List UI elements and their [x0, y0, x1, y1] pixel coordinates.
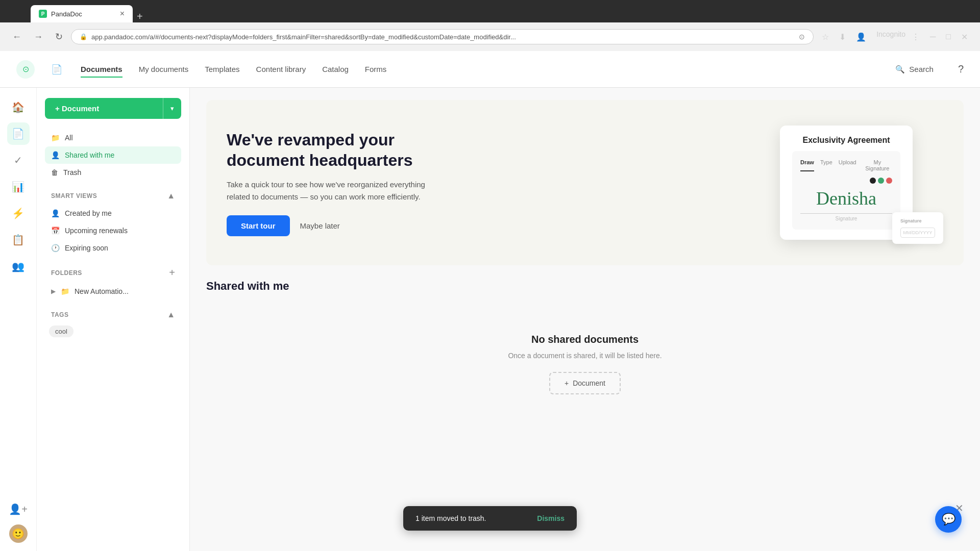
- left-panel: + Document ▾ 📁 All 👤 Shared with me 🗑 Tr…: [37, 88, 190, 551]
- folder-name: New Automatio...: [75, 287, 129, 295]
- sidebar-icons: 🏠 📄 ✓ 📊 ⚡ 📋 👥 👤+ 🙂: [0, 88, 37, 551]
- expiring-soon-label: Expiring soon: [65, 244, 108, 252]
- url-input[interactable]: [91, 33, 795, 41]
- chat-icon: 💬: [942, 513, 955, 526]
- add-folder-btn[interactable]: +: [169, 267, 175, 279]
- nav-refresh-btn[interactable]: ↻: [51, 29, 67, 44]
- trash-icon: 🗑: [51, 168, 58, 177]
- nav-forward-btn[interactable]: →: [30, 30, 47, 44]
- main-layout: 🏠 📄 ✓ 📊 ⚡ 📋 👥 👤+ 🙂 + Document ▾ 📁 All: [0, 88, 980, 551]
- doc-preview-secondary: Signature MM/DD/YYYY: [892, 212, 943, 244]
- favicon: P: [39, 10, 47, 18]
- nav-catalog[interactable]: Catalog: [322, 61, 349, 78]
- sidebar-icon-notifications[interactable]: ⚡: [7, 202, 30, 224]
- nav-all[interactable]: 📁 All: [45, 129, 181, 146]
- lock-icon: 🔒: [80, 33, 87, 40]
- toast-dismiss-btn[interactable]: Dismiss: [537, 514, 565, 522]
- nav-shared-with-me[interactable]: 👤 Shared with me: [45, 146, 181, 164]
- nav-trash[interactable]: 🗑 Trash: [45, 164, 181, 181]
- smart-view-expiring-soon[interactable]: 🕐 Expiring soon: [45, 239, 181, 257]
- profile-btn[interactable]: 👤: [852, 30, 870, 44]
- smart-view-created-by-me[interactable]: 👤 Created by me: [45, 205, 181, 222]
- tab-close-icon[interactable]: ×: [120, 9, 125, 18]
- nav-all-label: All: [65, 134, 73, 142]
- sidebar-icon-analytics[interactable]: 📊: [7, 176, 30, 198]
- user-add-icon[interactable]: 👤+: [7, 498, 30, 520]
- doc-icon: 📄: [51, 64, 62, 75]
- doc-preview-title: Exclusivity Agreement: [792, 136, 900, 145]
- sidebar-icon-documents[interactable]: 📄: [7, 122, 30, 145]
- smart-view-upcoming-renewals[interactable]: 📅 Upcoming renewals: [45, 222, 181, 239]
- avatar[interactable]: 🙂: [9, 524, 28, 543]
- close-btn[interactable]: ✕: [957, 30, 972, 44]
- folder-icon-2: 📁: [61, 287, 69, 295]
- smart-views-toggle-icon[interactable]: ▲: [167, 191, 175, 201]
- smart-views-title: SMART VIEWS: [51, 192, 97, 199]
- section-heading: Shared with me: [206, 280, 964, 293]
- empty-action-label: Document: [573, 379, 605, 387]
- shared-with-me-section: Shared with me No shared documents Once …: [206, 280, 964, 425]
- sidebar-icon-tasks[interactable]: ✓: [7, 149, 30, 171]
- nav-back-btn[interactable]: ←: [8, 30, 26, 44]
- sidebar-icon-templates[interactable]: 📋: [7, 229, 30, 251]
- clock-icon: 🕐: [51, 244, 60, 252]
- user-icon: 👤: [51, 209, 60, 217]
- download-btn[interactable]: ⬇: [835, 30, 850, 44]
- maximize-btn[interactable]: □: [942, 30, 955, 44]
- toast: 1 item moved to trash. Dismiss: [403, 506, 577, 531]
- top-nav: ⊙ 📄 Documents My documents Templates Con…: [0, 51, 980, 88]
- incognito-label: Incognito: [876, 30, 905, 44]
- empty-desc: Once a document is shared, it will be li…: [216, 352, 953, 360]
- nav-trash-label: Trash: [63, 168, 81, 177]
- main-content: We've revamped your document headquarter…: [190, 88, 980, 551]
- sidebar-icon-contacts[interactable]: 👥: [7, 255, 30, 278]
- sig-tab-draw[interactable]: Draw: [800, 159, 814, 171]
- empty-add-document-btn[interactable]: + Document: [549, 372, 621, 394]
- tag-cool[interactable]: cool: [49, 325, 74, 337]
- minimize-btn[interactable]: ─: [926, 30, 940, 44]
- banner-title: We've revamped your document headquarter…: [227, 130, 472, 170]
- folders-title: FOLDERS: [51, 269, 82, 277]
- nav-shared-label: Shared with me: [65, 151, 114, 159]
- nav-documents[interactable]: Documents: [81, 61, 122, 78]
- extensions-btn[interactable]: ☆: [818, 30, 833, 44]
- sig-label: Signature: [800, 216, 892, 221]
- tags-header: TAGS ▲: [45, 306, 181, 323]
- toast-message: 1 item moved to trash.: [415, 514, 486, 522]
- welcome-banner: We've revamped your document headquarter…: [206, 100, 964, 265]
- search-btn[interactable]: 🔍 Search: [887, 61, 942, 78]
- nav-forms[interactable]: Forms: [365, 61, 387, 78]
- empty-title: No shared documents: [216, 334, 953, 345]
- address-bar[interactable]: 🔒 ⊙: [71, 29, 814, 44]
- extension-icon: ⊙: [799, 33, 805, 41]
- banner-illustration: Exclusivity Agreement Draw Type Upload M…: [749, 116, 943, 249]
- app: ⊙ 📄 Documents My documents Templates Con…: [0, 51, 980, 551]
- sig-tab-my-sig[interactable]: My Signature: [863, 159, 892, 171]
- sig-tab-upload[interactable]: Upload: [839, 159, 856, 171]
- empty-state: No shared documents Once a document is s…: [206, 303, 964, 425]
- tab-title: PandaDoc: [51, 10, 82, 18]
- browser-tab[interactable]: P PandaDoc ×: [31, 5, 133, 22]
- help-icon[interactable]: ?: [958, 63, 964, 75]
- folder-item-new-automation[interactable]: ▶ 📁 New Automatio...: [45, 283, 181, 300]
- plus-icon: +: [565, 379, 569, 387]
- shared-icon: 👤: [51, 151, 60, 159]
- chat-bubble[interactable]: 💬: [935, 506, 962, 533]
- start-tour-btn[interactable]: Start tour: [227, 215, 290, 236]
- nav-templates[interactable]: Templates: [205, 61, 239, 78]
- sidebar-icon-home[interactable]: 🏠: [7, 96, 30, 118]
- app-logo: ⊙: [16, 60, 35, 79]
- banner-text: We've revamped your document headquarter…: [227, 130, 749, 236]
- new-document-dropdown-btn[interactable]: ▾: [163, 98, 181, 119]
- new-tab-btn[interactable]: +: [137, 11, 143, 22]
- folders-header: FOLDERS +: [45, 263, 181, 283]
- menu-btn[interactable]: ⋮: [908, 30, 924, 44]
- nav-my-documents[interactable]: My documents: [139, 61, 189, 78]
- sig-tab-type[interactable]: Type: [820, 159, 832, 171]
- nav-content-library[interactable]: Content library: [256, 61, 306, 78]
- tags-toggle-icon[interactable]: ▲: [167, 310, 175, 319]
- new-document-btn[interactable]: + Document: [45, 98, 163, 119]
- maybe-later-btn[interactable]: Maybe later: [300, 221, 340, 230]
- signature-text: Denisha: [800, 188, 892, 209]
- created-by-me-label: Created by me: [65, 209, 112, 217]
